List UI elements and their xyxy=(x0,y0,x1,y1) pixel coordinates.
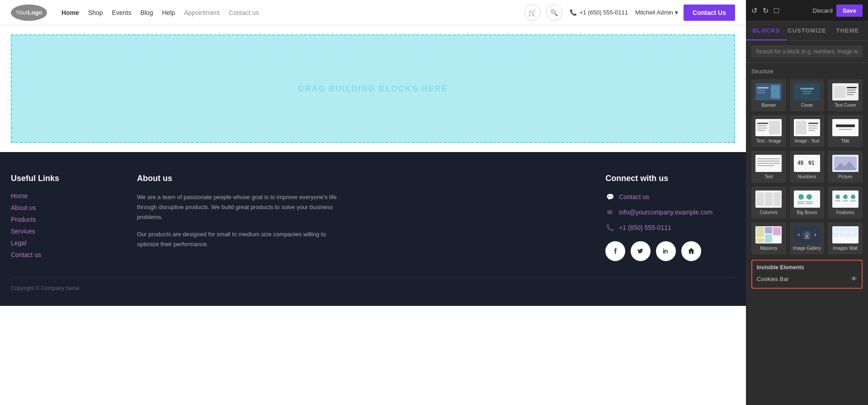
block-image-text[interactable]: Image - Text xyxy=(790,115,825,147)
footer-link-home[interactable]: Home xyxy=(11,192,119,200)
block-text-image[interactable]: Text - Image xyxy=(751,115,786,147)
block-cover[interactable]: Cover xyxy=(790,79,825,111)
svg-rect-76 xyxy=(840,233,845,237)
svg-rect-42 xyxy=(756,192,764,206)
svg-rect-2 xyxy=(757,90,765,91)
logo: YourLogo xyxy=(11,5,47,21)
nav-blog[interactable]: Blog xyxy=(140,9,153,16)
svg-rect-57 xyxy=(843,200,848,201)
block-cover-label: Cover xyxy=(801,103,813,108)
block-title-preview xyxy=(832,119,859,137)
svg-rect-23 xyxy=(808,123,818,124)
block-text-cover[interactable]: Text Cover xyxy=(828,79,863,111)
search-icon[interactable]: 🔍 xyxy=(546,5,562,21)
nav-shop[interactable]: Shop xyxy=(88,9,103,16)
connect-phone[interactable]: 📞 +1 (650) 555-0111 xyxy=(605,223,735,232)
cart-icon[interactable]: 🛒 xyxy=(524,5,541,21)
visibility-toggle-icon[interactable]: 👁 xyxy=(851,275,857,282)
block-masonry[interactable]: Masonry xyxy=(751,222,786,254)
svg-rect-63 xyxy=(765,234,772,243)
block-features[interactable]: Features xyxy=(828,186,863,219)
footer-link-services[interactable]: Services xyxy=(11,228,119,235)
panel-search-area xyxy=(746,41,868,63)
block-image-text-label: Image - Text xyxy=(795,138,820,143)
svg-rect-43 xyxy=(765,192,773,206)
svg-rect-1 xyxy=(757,87,769,89)
block-masonry-preview xyxy=(755,226,782,244)
invisible-section-wrapper: Invisible Elements Cookies Bar 👁 xyxy=(751,260,863,289)
social-facebook[interactable] xyxy=(605,241,625,261)
connect-email[interactable]: ✉ info@yourcompany.example.com xyxy=(605,208,735,217)
footer-bottom: Copyright © Company name xyxy=(11,277,735,291)
connect-contact[interactable]: 💬 Contact us xyxy=(605,192,735,201)
contact-us-button[interactable]: Contact Us xyxy=(684,5,735,21)
svg-rect-71 xyxy=(833,227,839,232)
svg-rect-51 xyxy=(806,203,813,204)
tab-customize[interactable]: CUSTOMIZE xyxy=(787,22,827,40)
nav-help[interactable]: Help xyxy=(162,9,175,16)
svg-rect-49 xyxy=(797,203,805,204)
svg-rect-12 xyxy=(847,90,856,91)
footer-link-legal[interactable]: Legal xyxy=(11,239,119,247)
logo-area[interactable]: YourLogo xyxy=(11,5,47,21)
drag-building-blocks-area[interactable]: DRAG BUILDING BLOCKS HERE xyxy=(11,34,735,143)
social-linkedin[interactable] xyxy=(656,241,676,261)
svg-rect-7 xyxy=(802,91,812,92)
svg-rect-45 xyxy=(794,191,820,208)
phone-area: 📞 +1 (650) 555-0111 xyxy=(570,9,628,16)
structure-label: Structure xyxy=(751,68,863,75)
logo-logo: Logo xyxy=(28,9,42,16)
block-features-label: Features xyxy=(836,210,854,215)
block-cover-preview xyxy=(793,83,821,101)
svg-rect-27 xyxy=(832,119,859,136)
svg-rect-61 xyxy=(765,227,772,233)
block-text[interactable]: Text xyxy=(751,151,786,183)
svg-rect-25 xyxy=(808,128,817,129)
svg-rect-24 xyxy=(808,125,817,126)
user-menu[interactable]: Mitchell Admin ▾ xyxy=(635,9,678,16)
block-title[interactable]: Title xyxy=(828,115,863,147)
block-search-input[interactable] xyxy=(751,45,863,58)
svg-rect-44 xyxy=(774,192,781,206)
block-image-gallery-preview xyxy=(793,226,821,244)
block-image-gallery[interactable]: Image Gallery xyxy=(790,222,825,254)
block-title-label: Title xyxy=(841,138,849,143)
block-banner[interactable]: Banner xyxy=(751,79,786,111)
block-picture[interactable]: Picture xyxy=(828,151,863,183)
blocks-grid: Banner Cover Text Cover xyxy=(751,79,863,254)
social-twitter[interactable] xyxy=(631,241,651,261)
footer-link-about[interactable]: About us xyxy=(11,204,119,211)
block-images-wall[interactable]: Images Wall xyxy=(828,222,863,254)
block-columns[interactable]: Columns xyxy=(751,186,786,219)
block-big-boxes[interactable]: Big Boxes xyxy=(790,186,825,219)
svg-rect-4 xyxy=(771,85,780,99)
panel-body: Structure Banner Cover xyxy=(746,63,868,405)
connect-phone-label: +1 (650) 555-0111 xyxy=(619,224,671,231)
nav-home[interactable]: Home xyxy=(61,9,79,16)
tab-blocks[interactable]: BLOCKS xyxy=(746,22,787,40)
block-picture-preview xyxy=(832,154,859,172)
block-image-gallery-label: Image Gallery xyxy=(793,246,821,251)
discard-button[interactable]: Discard xyxy=(813,7,833,14)
redo-button[interactable]: ↻ xyxy=(763,6,769,15)
connect-contact-label: Contact us xyxy=(619,193,649,200)
svg-point-47 xyxy=(807,194,812,200)
footer-link-products[interactable]: Products xyxy=(11,216,119,223)
save-button[interactable]: Save xyxy=(836,5,863,17)
block-numbers[interactable]: 4591 Numbers xyxy=(790,151,825,183)
social-home[interactable] xyxy=(681,241,701,261)
svg-rect-22 xyxy=(796,121,807,134)
tab-theme[interactable]: THEME xyxy=(827,22,868,40)
device-icon: □ xyxy=(774,6,779,15)
header: YourLogo Home Shop Events Blog Help Appo… xyxy=(0,0,746,25)
nav-contact[interactable]: Contact us xyxy=(229,9,259,16)
svg-rect-28 xyxy=(836,124,855,127)
nav-appointment[interactable]: Appointment xyxy=(184,9,220,16)
block-banner-preview xyxy=(755,83,782,101)
svg-rect-29 xyxy=(839,129,852,130)
nav-events[interactable]: Events xyxy=(112,9,132,16)
footer-link-contact[interactable]: Contact us xyxy=(11,251,119,258)
block-images-wall-label: Images Wall xyxy=(833,246,858,251)
undo-button[interactable]: ↺ xyxy=(751,6,757,15)
svg-rect-18 xyxy=(757,128,767,129)
